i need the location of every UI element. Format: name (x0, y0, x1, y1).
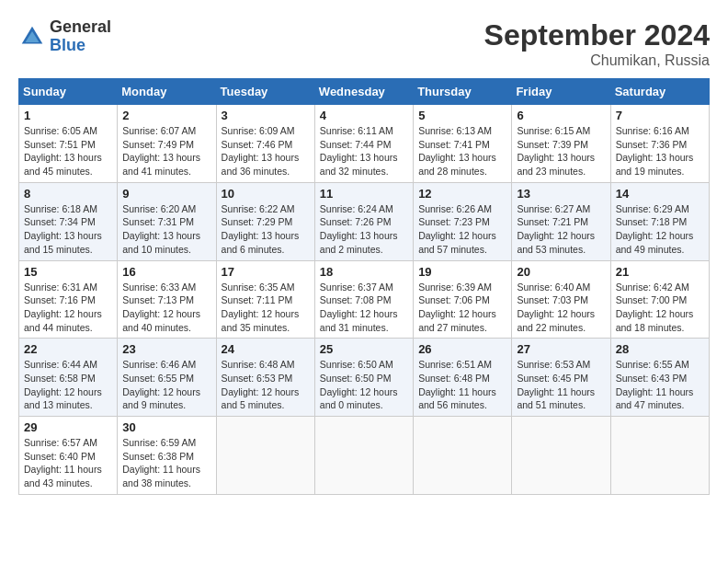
calendar-row-1: 1Sunrise: 6:05 AMSunset: 7:51 PMDaylight… (19, 105, 710, 183)
calendar-cell: 10Sunrise: 6:22 AMSunset: 7:29 PMDayligh… (216, 182, 314, 260)
day-info: Sunrise: 6:20 AMSunset: 7:31 PMDaylight:… (122, 202, 210, 257)
day-number: 18 (320, 265, 408, 279)
calendar-cell: 27Sunrise: 6:53 AMSunset: 6:45 PMDayligh… (512, 339, 610, 417)
col-sunday: Sunday (19, 79, 118, 105)
calendar-cell: 14Sunrise: 6:29 AMSunset: 7:18 PMDayligh… (610, 182, 709, 260)
day-number: 4 (320, 109, 408, 122)
calendar-cell: 8Sunrise: 6:18 AMSunset: 7:34 PMDaylight… (19, 182, 118, 260)
day-info: Sunrise: 6:05 AMSunset: 7:51 PMDaylight:… (24, 124, 112, 178)
month-title: September 2024 (484, 18, 710, 52)
calendar-cell (610, 417, 709, 495)
header-row: Sunday Monday Tuesday Wednesday Thursday… (19, 79, 710, 105)
day-number: 14 (616, 187, 704, 201)
day-info: Sunrise: 6:53 AMSunset: 6:45 PMDaylight:… (517, 358, 605, 412)
day-info: Sunrise: 6:50 AMSunset: 6:50 PMDaylight:… (320, 358, 408, 412)
day-number: 7 (616, 109, 704, 122)
day-number: 27 (517, 342, 605, 356)
day-info: Sunrise: 6:31 AMSunset: 7:16 PMDaylight:… (24, 281, 112, 335)
calendar-cell: 12Sunrise: 6:26 AMSunset: 7:23 PMDayligh… (414, 182, 512, 260)
calendar-cell: 30Sunrise: 6:59 AMSunset: 6:38 PMDayligh… (118, 417, 216, 495)
day-number: 26 (418, 342, 506, 356)
calendar-cell: 24Sunrise: 6:48 AMSunset: 6:53 PMDayligh… (216, 339, 314, 417)
logo-icon (18, 23, 46, 51)
calendar-cell: 28Sunrise: 6:55 AMSunset: 6:43 PMDayligh… (610, 339, 709, 417)
calendar-header: Sunday Monday Tuesday Wednesday Thursday… (19, 79, 710, 105)
day-info: Sunrise: 6:07 AMSunset: 7:49 PMDaylight:… (122, 124, 210, 178)
calendar-row-3: 15Sunrise: 6:31 AMSunset: 7:16 PMDayligh… (19, 260, 710, 339)
day-number: 10 (222, 187, 310, 201)
day-info: Sunrise: 6:33 AMSunset: 7:13 PMDaylight:… (122, 281, 210, 335)
calendar-cell (414, 417, 512, 495)
calendar-cell: 17Sunrise: 6:35 AMSunset: 7:11 PMDayligh… (216, 260, 314, 339)
day-number: 24 (222, 342, 310, 356)
day-info: Sunrise: 6:42 AMSunset: 7:00 PMDaylight:… (616, 281, 704, 335)
day-number: 13 (517, 187, 605, 201)
day-info: Sunrise: 6:39 AMSunset: 7:06 PMDaylight:… (418, 281, 506, 335)
day-info: Sunrise: 6:27 AMSunset: 7:21 PMDaylight:… (517, 202, 605, 257)
calendar-cell: 29Sunrise: 6:57 AMSunset: 6:40 PMDayligh… (19, 417, 118, 495)
calendar-row-2: 8Sunrise: 6:18 AMSunset: 7:34 PMDaylight… (19, 182, 710, 260)
calendar-cell: 16Sunrise: 6:33 AMSunset: 7:13 PMDayligh… (118, 260, 216, 339)
calendar-cell: 1Sunrise: 6:05 AMSunset: 7:51 PMDaylight… (19, 105, 118, 183)
calendar-cell (314, 417, 413, 495)
day-info: Sunrise: 6:51 AMSunset: 6:48 PMDaylight:… (418, 358, 506, 412)
calendar-cell: 15Sunrise: 6:31 AMSunset: 7:16 PMDayligh… (19, 260, 118, 339)
day-info: Sunrise: 6:22 AMSunset: 7:29 PMDaylight:… (222, 202, 310, 257)
col-friday: Friday (512, 79, 610, 105)
calendar-cell: 5Sunrise: 6:13 AMSunset: 7:41 PMDaylight… (414, 105, 512, 183)
day-info: Sunrise: 6:35 AMSunset: 7:11 PMDaylight:… (222, 281, 310, 335)
day-info: Sunrise: 6:57 AMSunset: 6:40 PMDaylight:… (24, 436, 112, 490)
calendar-cell: 18Sunrise: 6:37 AMSunset: 7:08 PMDayligh… (314, 260, 413, 339)
calendar-cell: 3Sunrise: 6:09 AMSunset: 7:46 PMDaylight… (216, 105, 314, 183)
calendar-cell: 11Sunrise: 6:24 AMSunset: 7:26 PMDayligh… (314, 182, 413, 260)
day-number: 15 (24, 265, 112, 279)
calendar-cell: 13Sunrise: 6:27 AMSunset: 7:21 PMDayligh… (512, 182, 610, 260)
calendar-cell (216, 417, 314, 495)
day-info: Sunrise: 6:37 AMSunset: 7:08 PMDaylight:… (320, 281, 408, 335)
logo-text: General Blue (50, 18, 111, 55)
day-info: Sunrise: 6:15 AMSunset: 7:39 PMDaylight:… (517, 124, 605, 178)
day-number: 21 (616, 265, 704, 279)
calendar-cell: 2Sunrise: 6:07 AMSunset: 7:49 PMDaylight… (118, 105, 216, 183)
day-number: 11 (320, 187, 408, 201)
day-info: Sunrise: 6:16 AMSunset: 7:36 PMDaylight:… (616, 124, 704, 178)
day-info: Sunrise: 6:24 AMSunset: 7:26 PMDaylight:… (320, 202, 408, 257)
day-number: 20 (517, 265, 605, 279)
day-info: Sunrise: 6:44 AMSunset: 6:58 PMDaylight:… (24, 358, 112, 412)
calendar-cell: 21Sunrise: 6:42 AMSunset: 7:00 PMDayligh… (610, 260, 709, 339)
day-info: Sunrise: 6:55 AMSunset: 6:43 PMDaylight:… (616, 358, 704, 412)
calendar-cell (512, 417, 610, 495)
day-number: 8 (24, 187, 112, 201)
day-number: 2 (122, 109, 210, 122)
day-number: 3 (222, 109, 310, 122)
day-info: Sunrise: 6:18 AMSunset: 7:34 PMDaylight:… (24, 202, 112, 257)
day-number: 22 (24, 342, 112, 356)
day-info: Sunrise: 6:09 AMSunset: 7:46 PMDaylight:… (222, 124, 310, 178)
day-number: 12 (418, 187, 506, 201)
location: Chumikan, Russia (484, 52, 710, 69)
col-thursday: Thursday (414, 79, 512, 105)
day-number: 23 (122, 342, 210, 356)
calendar-cell: 26Sunrise: 6:51 AMSunset: 6:48 PMDayligh… (414, 339, 512, 417)
calendar-cell: 4Sunrise: 6:11 AMSunset: 7:44 PMDaylight… (314, 105, 413, 183)
day-number: 25 (320, 342, 408, 356)
col-monday: Monday (118, 79, 216, 105)
calendar-cell: 20Sunrise: 6:40 AMSunset: 7:03 PMDayligh… (512, 260, 610, 339)
day-info: Sunrise: 6:40 AMSunset: 7:03 PMDaylight:… (517, 281, 605, 335)
calendar-row-4: 22Sunrise: 6:44 AMSunset: 6:58 PMDayligh… (19, 339, 710, 417)
day-number: 19 (418, 265, 506, 279)
logo-blue: Blue (50, 37, 111, 55)
calendar-body: 1Sunrise: 6:05 AMSunset: 7:51 PMDaylight… (19, 105, 710, 495)
title-block: September 2024 Chumikan, Russia (484, 18, 710, 69)
logo-general: General (50, 18, 111, 37)
calendar-table: Sunday Monday Tuesday Wednesday Thursday… (18, 78, 710, 495)
page-header: General Blue September 2024 Chumikan, Ru… (18, 18, 710, 69)
calendar-cell: 9Sunrise: 6:20 AMSunset: 7:31 PMDaylight… (118, 182, 216, 260)
calendar-cell: 19Sunrise: 6:39 AMSunset: 7:06 PMDayligh… (414, 260, 512, 339)
calendar-cell: 7Sunrise: 6:16 AMSunset: 7:36 PMDaylight… (610, 105, 709, 183)
day-info: Sunrise: 6:48 AMSunset: 6:53 PMDaylight:… (222, 358, 310, 412)
calendar-cell: 6Sunrise: 6:15 AMSunset: 7:39 PMDaylight… (512, 105, 610, 183)
col-saturday: Saturday (610, 79, 709, 105)
day-number: 28 (616, 342, 704, 356)
calendar-cell: 25Sunrise: 6:50 AMSunset: 6:50 PMDayligh… (314, 339, 413, 417)
